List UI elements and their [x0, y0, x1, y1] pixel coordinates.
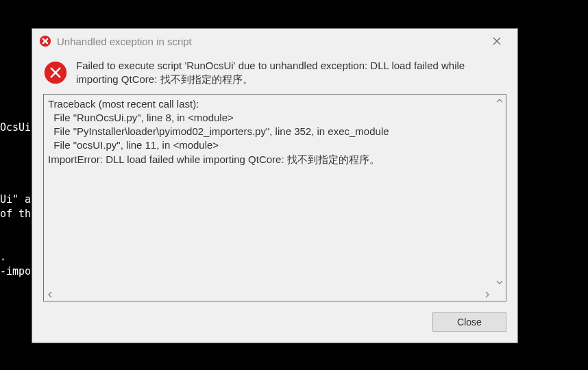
traceback-textbox[interactable]: Traceback (most recent call last): File … — [43, 94, 506, 302]
window-close-button[interactable] — [483, 33, 511, 49]
error-icon — [43, 60, 68, 85]
background-terminal-text: OcsUi Ui" a of th . -impo — [0, 0, 31, 279]
error-dialog: Unhandled exception in script Failed to … — [32, 28, 518, 343]
vertical-scrollbar[interactable] — [493, 95, 506, 289]
dialog-button-row: Close — [32, 308, 517, 343]
scroll-left-icon[interactable] — [44, 288, 56, 301]
dialog-titlebar: Unhandled exception in script — [32, 29, 517, 55]
horizontal-scrollbar[interactable] — [44, 288, 493, 301]
scroll-up-icon[interactable] — [493, 95, 506, 107]
dialog-title: Unhandled exception in script — [57, 36, 478, 47]
dialog-header-message: Failed to execute script 'RunOcsUi' due … — [76, 59, 506, 87]
dialog-header: Failed to execute script 'RunOcsUi' due … — [32, 55, 517, 94]
close-button[interactable]: Close — [432, 312, 506, 332]
error-icon — [39, 35, 51, 47]
scroll-right-icon[interactable] — [481, 288, 493, 301]
traceback-content: Traceback (most recent call last): File … — [48, 97, 491, 286]
scroll-down-icon[interactable] — [493, 276, 506, 288]
